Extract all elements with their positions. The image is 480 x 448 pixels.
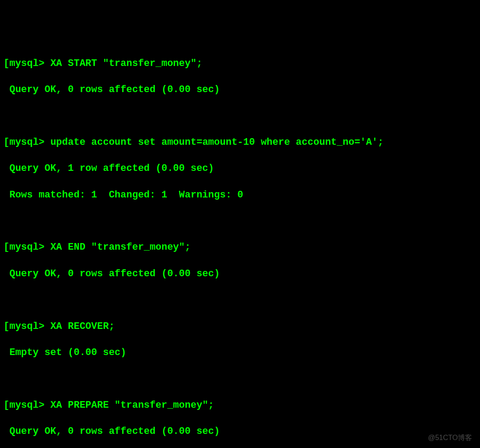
bracket: [: [4, 400, 9, 411]
prompt: mysql>: [9, 242, 50, 253]
terminal-line-cmd4: [mysql> XA RECOVER;: [4, 320, 476, 333]
command-text: XA END "transfer_money";: [50, 242, 191, 253]
prompt: mysql>: [9, 137, 50, 148]
response-text: Query OK, 0 rows affected (0.00 sec): [9, 426, 220, 437]
command-text: XA START "transfer_money";: [50, 58, 202, 69]
terminal-line-cmd1: [mysql> XA START "transfer_money";: [4, 57, 476, 70]
terminal-blank: [4, 110, 476, 123]
terminal-line-resp5: Query OK, 0 rows affected (0.00 sec): [4, 425, 476, 438]
watermark: @51CTO博客: [428, 433, 472, 443]
command-text: XA RECOVER;: [50, 321, 115, 332]
response-text: Query OK, 1 row affected (0.00 sec): [9, 163, 214, 174]
response-text: Query OK, 0 rows affected (0.00 sec): [9, 268, 220, 279]
prompt: mysql>: [9, 321, 50, 332]
response-text: Rows matched: 1 Changed: 1 Warnings: 0: [9, 189, 243, 201]
terminal-line-resp4: Empty set (0.00 sec): [4, 346, 476, 359]
terminal-blank: [4, 294, 476, 307]
prompt: mysql>: [9, 58, 50, 69]
bracket: [: [4, 58, 9, 69]
terminal-line-resp2b: Rows matched: 1 Changed: 1 Warnings: 0: [4, 189, 476, 202]
response-text: Query OK, 0 rows affected (0.00 sec): [9, 84, 220, 95]
terminal-line-resp1: Query OK, 0 rows affected (0.00 sec): [4, 83, 476, 97]
terminal-blank: [4, 215, 476, 228]
terminal-blank: [4, 372, 476, 386]
command-text: update account set amount=amount-10 wher…: [50, 137, 384, 148]
terminal-line-cmd3: [mysql> XA END "transfer_money";: [4, 241, 476, 254]
prompt: mysql>: [9, 400, 50, 411]
terminal-line-cmd2: [mysql> update account set amount=amount…: [4, 136, 476, 149]
bracket: [: [4, 321, 9, 332]
terminal-line-resp2a: Query OK, 1 row affected (0.00 sec): [4, 162, 476, 175]
response-text: Empty set (0.00 sec): [9, 347, 126, 358]
command-text: XA PREPARE "transfer_money";: [50, 400, 214, 411]
terminal-line-resp3: Query OK, 0 rows affected (0.00 sec): [4, 267, 476, 281]
bracket: [: [4, 137, 9, 148]
terminal-line-cmd5: [mysql> XA PREPARE "transfer_money";: [4, 399, 476, 412]
bracket: [: [4, 242, 9, 253]
